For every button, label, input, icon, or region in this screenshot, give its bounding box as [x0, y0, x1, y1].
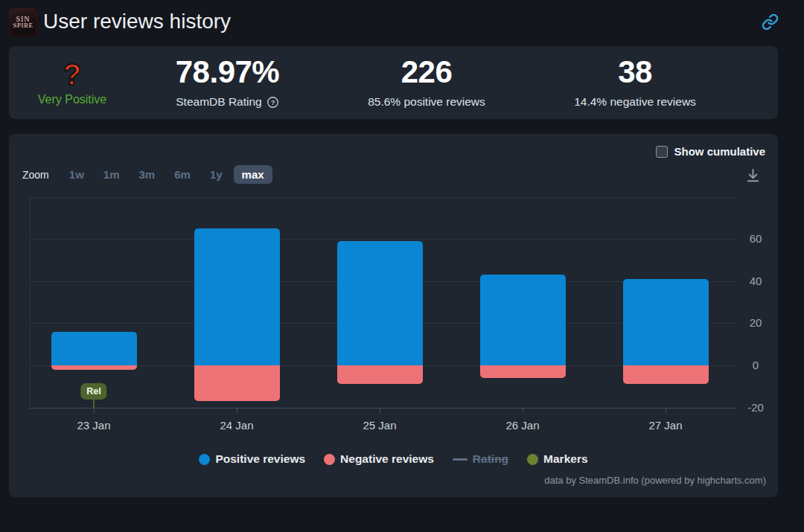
legend-item-rating[interactable]: Rating — [453, 452, 508, 466]
negative-bar[interactable] — [51, 365, 137, 370]
x-axis-tick — [380, 408, 380, 413]
positive-count: 226 — [401, 57, 453, 88]
x-axis-label: 23 Jan — [60, 419, 127, 432]
stat-steamdb-rating: 78.97% SteamDB Rating ? — [135, 46, 319, 119]
x-axis-tick — [237, 408, 237, 413]
y-axis-line — [30, 196, 31, 408]
legend-item-markers[interactable]: Markers — [527, 452, 587, 466]
y-axis-tick-label: 20 — [738, 316, 773, 329]
steamdb-rating-value: 78.97% — [176, 57, 279, 88]
gridline-80 — [30, 197, 736, 198]
positive-bar[interactable] — [194, 228, 280, 365]
positive-bar[interactable] — [623, 279, 709, 365]
positive-bar[interactable] — [480, 275, 566, 365]
positive-bar[interactable] — [51, 332, 137, 365]
x-axis-tick — [666, 408, 666, 413]
game-icon[interactable]: SIN SPIRE — [9, 8, 37, 36]
x-axis-tick — [523, 408, 523, 413]
positive-percent-label: 85.6% positive reviews — [368, 95, 485, 109]
negative-count: 38 — [618, 57, 652, 88]
chart-panel: Show cumulative Zoom 1w1m3m6m1ymax 60402… — [9, 134, 778, 497]
permalink-button[interactable] — [762, 13, 779, 31]
negative-bar[interactable] — [337, 365, 423, 384]
x-axis-label: 25 Jan — [346, 419, 413, 432]
steamdb-reviews-page: { "header": { "title": "User reviews his… — [0, 0, 804, 532]
negative-bar[interactable] — [623, 365, 709, 384]
negative-bar[interactable] — [194, 365, 280, 401]
review-stats-panel: ? Very Positive 78.97% SteamDB Rating ? … — [9, 46, 778, 119]
x-axis-line — [30, 408, 736, 408]
positive-bar[interactable] — [337, 241, 423, 365]
legend-item-positive-reviews[interactable]: Positive reviews — [199, 452, 305, 466]
release-marker-stem — [93, 400, 95, 408]
y-axis-tick-label: -20 — [738, 401, 773, 414]
steamdb-rating-label: SteamDB Rating — [176, 95, 261, 109]
chart-plot-area: 6040200-2023 Jan24 Jan25 Jan26 Jan27 Jan… — [9, 134, 778, 497]
legend-item-label: Rating — [473, 452, 508, 466]
chart-legend: Positive reviewsNegative reviewsRatingMa… — [9, 452, 778, 466]
y-axis-tick-label: 0 — [738, 359, 773, 371]
page-title: User reviews history — [43, 10, 231, 33]
legend-item-negative-reviews[interactable]: Negative reviews — [324, 452, 434, 466]
stat-rating-summary: ? Very Positive — [9, 46, 135, 119]
legend-item-label: Negative reviews — [340, 452, 434, 466]
negative-percent-label: 14.4% negative reviews — [574, 95, 696, 109]
legend-dot-marker — [199, 454, 210, 465]
game-icon-text: SPIRE — [13, 22, 33, 29]
help-icon[interactable]: ? — [267, 96, 279, 109]
chart-attribution: data by SteamDB.info (powered by highcha… — [544, 475, 766, 486]
x-axis-label: 27 Jan — [632, 419, 699, 432]
legend-line-marker — [453, 458, 468, 461]
rating-summary-label: Very Positive — [38, 93, 106, 106]
page-header: SIN SPIRE User reviews history — [0, 0, 804, 45]
x-axis-label: 26 Jan — [489, 419, 556, 432]
legend-dot-marker — [527, 454, 538, 465]
rating-question-icon: ? — [63, 60, 81, 89]
legend-dot-marker — [324, 454, 335, 465]
legend-item-label: Markers — [543, 452, 587, 466]
y-axis-tick-label: 40 — [738, 275, 773, 287]
stat-negative-reviews: 38 14.4% negative reviews — [534, 46, 736, 119]
svg-text:?: ? — [270, 98, 275, 106]
x-axis-label: 24 Jan — [203, 419, 270, 432]
x-axis-tick — [94, 408, 95, 413]
release-marker-badge[interactable]: Rel — [80, 383, 106, 400]
negative-bar[interactable] — [480, 365, 566, 378]
y-axis-tick-label: 60 — [738, 232, 773, 245]
stat-positive-reviews: 226 85.6% positive reviews — [319, 46, 534, 119]
link-icon — [762, 13, 779, 31]
legend-item-label: Positive reviews — [215, 452, 305, 466]
gridline-60 — [30, 239, 736, 240]
